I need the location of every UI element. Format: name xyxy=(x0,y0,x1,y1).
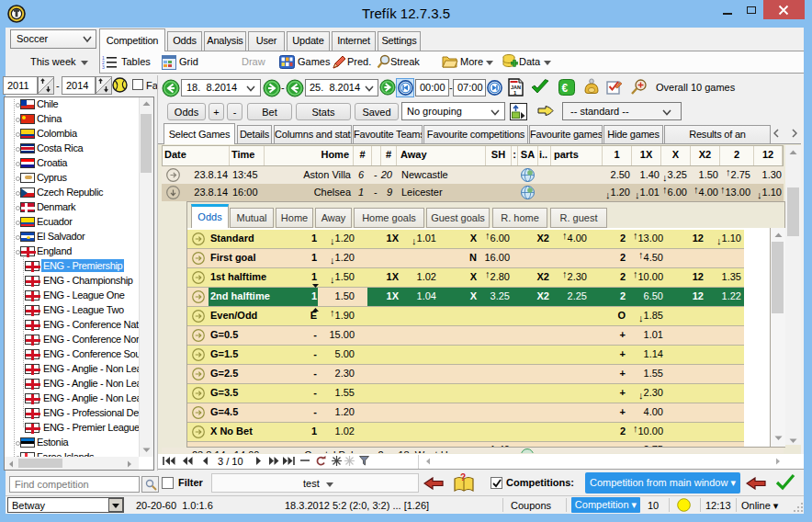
svg-text:?: ? xyxy=(460,472,466,482)
svg-text:3: 3 xyxy=(102,64,105,70)
svg-text:€: € xyxy=(562,82,569,95)
